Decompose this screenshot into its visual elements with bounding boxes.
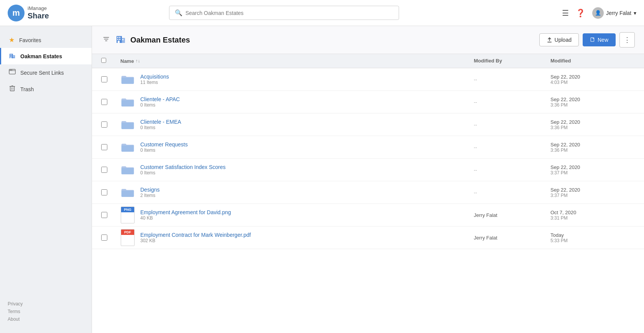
sidebar-item-trash[interactable]: Trash bbox=[0, 81, 92, 97]
file-sub: 0 Items bbox=[140, 148, 188, 153]
folder-icon bbox=[120, 162, 135, 177]
table-row: Clientele - APAC 0 Items -- Sep 22, 2020… bbox=[92, 91, 644, 113]
row-name: Clientele - EMEA 0 Items bbox=[140, 119, 181, 130]
modified-date: Sep 22, 2020 bbox=[550, 97, 635, 102]
modified-by-dash: -- bbox=[474, 190, 477, 195]
folder-icon bbox=[120, 72, 135, 87]
list-icon[interactable]: ☰ bbox=[562, 8, 569, 18]
svg-rect-11 bbox=[11, 70, 12, 70]
sidebar-item-oakman-estates[interactable]: Oakman Estates bbox=[0, 48, 92, 64]
modified-by-dash: -- bbox=[474, 77, 477, 82]
file-name[interactable]: Customer Requests bbox=[140, 141, 188, 148]
name-column-header[interactable]: Name ↑↓ bbox=[120, 58, 474, 64]
folder-icon bbox=[120, 140, 135, 154]
more-options-button[interactable]: ⋮ bbox=[619, 32, 635, 48]
modified-date: Sep 22, 2020 bbox=[550, 74, 635, 80]
file-sub: 302 KB bbox=[140, 238, 251, 243]
table-row: Customer Requests 0 Items -- Sep 22, 202… bbox=[92, 136, 644, 159]
row-checkbox-cell bbox=[101, 235, 120, 241]
table-body: Acquisitions 11 Items -- Sep 22, 2020 4:… bbox=[92, 68, 644, 249]
file-name[interactable]: Clientele - EMEA bbox=[140, 119, 181, 125]
file-name[interactable]: Clientele - APAC bbox=[140, 96, 180, 102]
modified-date: Sep 22, 2020 bbox=[550, 164, 635, 170]
about-link[interactable]: About bbox=[8, 315, 84, 323]
logo-bottom: Share bbox=[28, 11, 49, 20]
svg-rect-4 bbox=[10, 56, 11, 57]
new-button[interactable]: New bbox=[583, 33, 616, 46]
svg-rect-5 bbox=[11, 56, 12, 57]
modified-date: Oct 7, 2020 bbox=[550, 210, 635, 215]
row-modified-by-cell: -- bbox=[474, 144, 550, 150]
row-select-checkbox[interactable] bbox=[101, 121, 107, 128]
modified-time: 3:36 PM bbox=[550, 148, 635, 153]
workspace-icon bbox=[116, 33, 127, 46]
row-name: Clientele - APAC 0 Items bbox=[140, 96, 180, 108]
svg-rect-6 bbox=[10, 57, 12, 58]
user-menu[interactable]: 👤 Jerry Falat ▾ bbox=[592, 7, 636, 19]
svg-rect-1 bbox=[13, 55, 15, 58]
pdf-file-icon: PDF bbox=[120, 230, 135, 245]
row-select-checkbox[interactable] bbox=[101, 235, 107, 241]
sidebar-footer: Privacy Terms About bbox=[0, 296, 92, 327]
modified-by-dash: -- bbox=[474, 144, 477, 150]
table-row: Designs 2 Items -- Sep 22, 2020 3:37 PM bbox=[92, 181, 644, 204]
sidebar-item-secure-sent-links[interactable]: Secure Sent Links bbox=[0, 64, 92, 81]
modified-date: Sep 22, 2020 bbox=[550, 119, 635, 125]
modified-by-value: Jerry Falat bbox=[474, 212, 497, 218]
logo-top: iManage bbox=[28, 6, 49, 11]
upload-button[interactable]: Upload bbox=[539, 33, 579, 46]
modified-date: Sep 22, 2020 bbox=[550, 142, 635, 148]
svg-rect-12 bbox=[10, 87, 15, 91]
link-icon bbox=[9, 68, 16, 77]
logo-text: iManage Share bbox=[28, 6, 49, 20]
checkbox-header bbox=[101, 58, 120, 64]
row-select-checkbox[interactable] bbox=[101, 76, 107, 82]
row-name-cell: Acquisitions 11 Items bbox=[120, 72, 474, 87]
privacy-link[interactable]: Privacy bbox=[8, 300, 84, 308]
folder-icon bbox=[120, 185, 135, 200]
row-select-checkbox[interactable] bbox=[101, 167, 107, 173]
file-name[interactable]: Designs bbox=[140, 187, 160, 193]
svg-rect-26 bbox=[118, 41, 120, 43]
row-select-checkbox[interactable] bbox=[101, 144, 107, 150]
svg-rect-2 bbox=[10, 54, 11, 55]
row-select-checkbox[interactable] bbox=[101, 99, 107, 105]
sidebar-item-favorites[interactable]: ★ Favorites bbox=[0, 32, 92, 48]
modified-column-header: Modified bbox=[550, 58, 635, 64]
user-dropdown-icon: ▾ bbox=[634, 10, 636, 16]
file-sub: 11 Items bbox=[140, 80, 169, 85]
file-sub: 0 Items bbox=[140, 102, 180, 108]
sidebar-item-label: Secure Sent Links bbox=[20, 70, 64, 76]
file-name[interactable]: Employment Contract for Mark Weinberger.… bbox=[140, 232, 251, 238]
file-name[interactable]: Customer Satisfaction Index Scores bbox=[140, 164, 226, 170]
terms-link[interactable]: Terms bbox=[8, 308, 84, 315]
row-name-cell: Clientele - APAC 0 Items bbox=[120, 95, 474, 109]
building-icon bbox=[9, 52, 16, 61]
row-modified-by-cell: Jerry Falat bbox=[474, 212, 550, 218]
filter-button[interactable] bbox=[101, 34, 111, 46]
table-row: Clientele - EMEA 0 Items -- Sep 22, 2020… bbox=[92, 113, 644, 136]
svg-rect-21 bbox=[122, 38, 125, 43]
file-name[interactable]: Employment Agreement for David.png bbox=[140, 209, 231, 215]
row-checkbox-cell bbox=[101, 189, 120, 195]
sort-icon: ↑↓ bbox=[135, 58, 140, 64]
modified-time: 3:37 PM bbox=[550, 170, 635, 176]
search-input[interactable] bbox=[186, 10, 393, 16]
file-sub: 40 KB bbox=[140, 215, 231, 221]
row-name: Customer Requests 0 Items bbox=[140, 141, 188, 153]
help-icon[interactable]: ❓ bbox=[576, 8, 585, 18]
file-name[interactable]: Acquisitions bbox=[140, 74, 169, 80]
svg-rect-23 bbox=[119, 37, 120, 38]
modified-time: 3:36 PM bbox=[550, 125, 635, 130]
svg-rect-3 bbox=[11, 54, 12, 55]
row-name-cell: PDF Employment Contract for Mark Weinber… bbox=[120, 230, 474, 245]
header-right: ☰ ❓ 👤 Jerry Falat ▾ bbox=[562, 7, 636, 19]
row-select-checkbox[interactable] bbox=[101, 189, 107, 195]
search-bar[interactable]: 🔍 bbox=[169, 6, 399, 20]
select-all-checkbox[interactable] bbox=[101, 58, 106, 63]
row-modified-by-cell: -- bbox=[474, 190, 550, 195]
table-row: PNG Employment Agreement for David.png 4… bbox=[92, 204, 644, 226]
row-select-checkbox[interactable] bbox=[101, 212, 107, 218]
row-checkbox-cell bbox=[101, 212, 120, 218]
modified-time: 5:33 PM bbox=[550, 238, 635, 243]
